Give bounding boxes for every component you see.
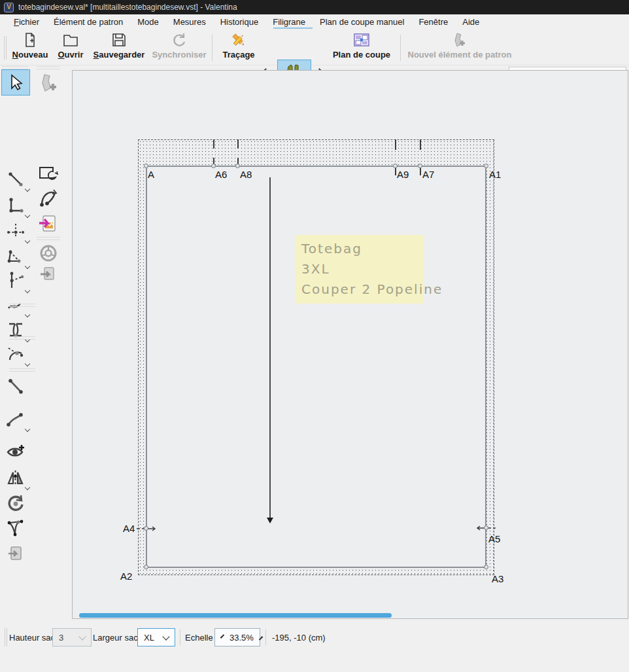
- valentina-logo-icon: V: [4, 3, 14, 12]
- selection-arrow-tool[interactable]: [1, 69, 30, 96]
- point-label-a9[interactable]: A9: [397, 169, 409, 180]
- chevron-down-icon: [162, 633, 169, 640]
- toolbar-grip[interactable]: [4, 36, 7, 60]
- notch-a6-outer: [213, 139, 214, 149]
- visibility-group-tool[interactable]: [1, 438, 30, 465]
- point-label-a[interactable]: A: [148, 169, 154, 180]
- triangle-intersection-tool[interactable]: [1, 243, 30, 270]
- arc-intersection-tool[interactable]: [1, 341, 30, 367]
- toolbar-separator: [212, 35, 212, 61]
- synchroniser-button: Synchroniser: [150, 31, 208, 63]
- increase-zoom-icon[interactable]: [259, 636, 263, 640]
- true-darts-tool[interactable]: [1, 515, 30, 541]
- titlebar: V totebagindesew.val* [multitaillestoteb…: [0, 0, 629, 14]
- menu-fenetre[interactable]: Fenêtre: [411, 15, 455, 29]
- cursor-coordinates: -195, -10 (cm): [272, 633, 326, 643]
- largeur-sac-combobox[interactable]: XL: [137, 628, 175, 646]
- drawing-canvas[interactable]: A A6 A8 A9 A7 A1 A4 A5 A2 A3 Totebag 3XL…: [72, 70, 628, 619]
- menu-mode[interactable]: Mode: [130, 15, 166, 29]
- point-a5[interactable]: [484, 525, 488, 530]
- echelle-spinbox[interactable]: 33.5%: [214, 628, 260, 646]
- point-label-a5[interactable]: A5: [488, 533, 500, 544]
- spline-tool[interactable]: [1, 406, 30, 433]
- pattern-piece-seam-line[interactable]: [146, 166, 486, 568]
- piece-label-line-3: Couper 2 Popeline: [301, 279, 416, 300]
- point-label-a6[interactable]: A6: [215, 169, 227, 180]
- arc-tool[interactable]: [35, 185, 61, 211]
- menu-mesures[interactable]: Mesures: [166, 15, 213, 29]
- point-a[interactable]: [144, 164, 148, 168]
- menu-element-de-patron[interactable]: Élément de patron: [46, 15, 130, 29]
- chevron-down-icon: [25, 485, 30, 490]
- rotate-tool[interactable]: [1, 490, 30, 516]
- tracage-mode-button[interactable]: Traçage: [220, 31, 258, 63]
- menu-bar: Fichier Élément de patron Mode Mesures H…: [0, 14, 629, 29]
- notch-a9-outer: [395, 139, 396, 150]
- axis-point-tool[interactable]: [1, 218, 30, 244]
- save-floppy-icon: [110, 31, 128, 48]
- point-label-a1[interactable]: A1: [489, 169, 501, 180]
- tool-palette: [0, 65, 71, 620]
- point-a8[interactable]: [235, 164, 240, 168]
- sync-arrows-icon: [171, 31, 188, 48]
- palette-separator: [9, 336, 35, 340]
- nouvel-element-de-patron-button: Nouvel élément de patron: [407, 31, 513, 63]
- line-segment-tool[interactable]: [1, 166, 30, 192]
- point-a6[interactable]: [211, 164, 216, 168]
- piece-label-line-2: 3XL: [301, 259, 416, 279]
- point-a2[interactable]: [144, 565, 148, 569]
- new-pattern-piece-tool: [35, 69, 61, 96]
- largeur-sac-label: Largeur sac:: [93, 633, 140, 643]
- palette-separator: [37, 237, 60, 240]
- segment-tool[interactable]: [1, 374, 30, 400]
- statusbar-grip[interactable]: [5, 628, 7, 646]
- point-label-a3[interactable]: A3: [492, 573, 503, 584]
- nouveau-button[interactable]: Nouveau: [10, 31, 50, 63]
- point-label-a4[interactable]: A4: [123, 523, 135, 534]
- toolbar-separator: [400, 35, 401, 61]
- corner-point-tool[interactable]: [1, 192, 30, 219]
- chevron-down-icon: [25, 186, 30, 192]
- layout-plan-icon: [352, 31, 371, 48]
- point-label-a2[interactable]: A2: [120, 571, 132, 582]
- open-folder-icon: [62, 31, 79, 48]
- chevron-down-icon: [25, 361, 30, 366]
- menu-filigrane[interactable]: Filigrane: [265, 15, 313, 29]
- piece-label-line-1: Totebag: [301, 239, 416, 259]
- palette-separator: [9, 304, 35, 307]
- export-tool: [1, 540, 30, 567]
- echelle-label: Echelle :: [185, 633, 218, 643]
- point-a7[interactable]: [418, 164, 422, 168]
- notch-a8-outer: [237, 139, 239, 149]
- echelle-value: 33.5%: [230, 633, 254, 643]
- grainline-arrow[interactable]: [269, 177, 271, 518]
- menu-plan-de-coupe-manuel[interactable]: Plan de coupe manuel: [313, 15, 411, 29]
- point-a4[interactable]: [144, 526, 148, 531]
- horizontal-scrollbar-thumb[interactable]: [79, 613, 392, 618]
- workpiece-path-tool[interactable]: [35, 160, 61, 186]
- window-title: totebagindesew.val* [multitaillestotebag…: [18, 3, 237, 12]
- mirror-tool[interactable]: [1, 465, 30, 491]
- menu-fichier[interactable]: Fichier: [7, 15, 46, 29]
- insert-image-tool[interactable]: [35, 211, 61, 237]
- decrease-zoom-icon[interactable]: [220, 634, 224, 638]
- point-label-a7[interactable]: A7: [422, 169, 434, 180]
- statusbar-separator: [180, 629, 180, 645]
- chevron-down-icon: [78, 633, 86, 640]
- plan-de-coupe-mode-button[interactable]: Plan de coupe: [331, 31, 392, 63]
- sauvegarder-button[interactable]: Sauvegarder: [91, 31, 147, 63]
- ouvrir-button[interactable]: Ouvrir: [56, 31, 86, 63]
- valentina-window: V totebagindesew.val* [multitaillestoteb…: [0, 0, 629, 672]
- menu-aide[interactable]: Aide: [455, 15, 486, 29]
- point-a3[interactable]: [484, 565, 488, 569]
- menu-historique[interactable]: Historique: [213, 15, 266, 29]
- point-a1[interactable]: [484, 164, 488, 168]
- notch-a7-outer: [420, 139, 421, 150]
- chevron-down-icon: [25, 238, 30, 243]
- point-label-a8[interactable]: A8: [240, 169, 252, 180]
- pattern-piece-info-label[interactable]: Totebag 3XL Couper 2 Popeline: [295, 235, 423, 304]
- insert-node-tool: [35, 261, 61, 287]
- point-a9[interactable]: [393, 164, 398, 168]
- new-pattern-piece-icon: [451, 31, 468, 48]
- point-on-line-tool[interactable]: [1, 268, 30, 294]
